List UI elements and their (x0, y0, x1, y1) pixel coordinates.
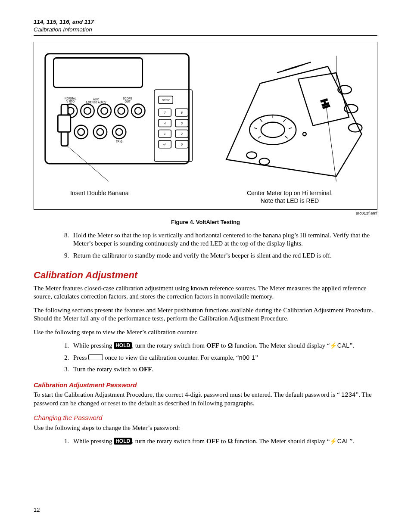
subsection-heading-password: Calibration Adjustment Password (34, 381, 377, 389)
svg-line-63 (285, 137, 288, 139)
svg-point-13 (78, 129, 84, 136)
figure-left-caption: Insert Double Banana (41, 188, 202, 206)
text-fragment: While pressing (73, 342, 114, 349)
text-fragment: to (219, 438, 227, 445)
svg-point-17 (116, 129, 123, 136)
section-para-3: Use the following steps to view the Mete… (34, 328, 377, 337)
text-off: OFF (206, 342, 219, 349)
password-para: To start the Calibration Adjustment Proc… (34, 391, 377, 408)
cal-counter-steps: While pressing HOLD, turn the rotary swi… (34, 342, 377, 374)
text-fragment: Press (73, 354, 88, 361)
svg-line-58 (260, 119, 262, 122)
steps-continued-list: Hold the Meter so that the top is vertic… (34, 231, 377, 260)
text-fragment: , turn the rotary switch from (132, 438, 206, 445)
text-fragment: Turn the rotary switch to (73, 366, 139, 373)
lcd-1234: 1234 (341, 391, 355, 398)
figure-left-panel: NORMAL V RTO AUX A SENSE AUX V SCOPE OUT… (41, 47, 202, 206)
svg-point-15 (97, 129, 104, 136)
text-fragment: ”. (350, 438, 354, 445)
lcd-cal: ⚡CAL (330, 438, 349, 445)
svg-text:OUT: OUT (125, 100, 131, 103)
page-number: 12 (34, 507, 40, 514)
text-fragment: ” (255, 354, 258, 361)
svg-point-12 (75, 125, 88, 139)
blank-button-icon (88, 354, 103, 360)
figure-caption: Figure 4. VoltAlert Testing (34, 219, 377, 226)
step-9: Return the calibrator to standby mode an… (71, 252, 377, 260)
svg-point-48 (249, 115, 296, 145)
svg-line-62 (258, 137, 261, 139)
svg-line-59 (283, 119, 286, 122)
svg-point-16 (112, 125, 126, 139)
svg-point-14 (93, 125, 107, 139)
text-fragment: While pressing (73, 438, 114, 445)
cal-step-1: While pressing HOLD, turn the rotary swi… (71, 342, 377, 350)
svg-point-9 (118, 108, 125, 115)
text-fragment: function. The Meter should display “ (233, 342, 330, 349)
svg-text:4: 4 (164, 122, 166, 125)
text-fragment: function. The Meter should display “ (233, 438, 330, 445)
svg-point-7 (101, 108, 108, 115)
svg-rect-28 (154, 90, 192, 162)
cal-step-2: Press once to view the calibration count… (71, 354, 377, 362)
svg-line-66 (326, 106, 336, 182)
figure-right-caption-line1: Center Meter top on Hi terminal. (247, 190, 333, 196)
svg-rect-1 (53, 58, 142, 88)
figure-left-drawing: NORMAL V RTO AUX A SENSE AUX V SCOPE OUT… (41, 47, 202, 188)
svg-rect-20 (58, 115, 70, 132)
svg-point-55 (259, 159, 270, 165)
figure-right-panel: Hi (209, 47, 370, 206)
changing-pw-intro: Use the following steps to change the Me… (34, 424, 377, 432)
svg-point-10 (131, 104, 145, 118)
svg-point-54 (246, 152, 257, 159)
section-para-1: The Meter features closed-case calibrati… (34, 284, 377, 301)
figure-filecode: erc013f.emf (34, 211, 377, 216)
hold-button-icon: HOLD (114, 438, 132, 445)
svg-text:7: 7 (164, 112, 166, 115)
svg-point-5 (84, 108, 91, 115)
svg-point-56 (303, 133, 306, 136)
svg-text:TRIG: TRIG (116, 140, 122, 143)
svg-text:A SENSE AUX V: A SENSE AUX V (86, 101, 107, 104)
text-fragment: , turn the rotary switch from (132, 342, 206, 349)
svg-point-6 (98, 104, 111, 118)
svg-point-53 (349, 124, 362, 132)
figure-right-caption: Center Meter top on Hi terminal. Note th… (209, 188, 370, 206)
svg-point-11 (135, 108, 142, 115)
svg-text:5: 5 (181, 122, 183, 125)
svg-line-60 (254, 128, 257, 129)
figure-right-caption-line2: Note that LED is RED (261, 197, 319, 204)
text-fragment: to (219, 342, 227, 349)
svg-text:0: 0 (181, 143, 183, 146)
figure-right-drawing: Hi (209, 47, 370, 188)
text-fragment: ”. (350, 342, 354, 349)
header-models: 114, 115, 116, and 117 (34, 18, 377, 26)
svg-text:1: 1 (164, 133, 166, 136)
running-header: 114, 115, 116, and 117 Calibration Infor… (34, 18, 377, 36)
ohm-symbol: Ω (227, 438, 233, 445)
lcd-n001: n00 1 (239, 354, 255, 361)
hold-button-icon: HOLD (114, 342, 132, 349)
figure-frame: NORMAL V RTO AUX A SENSE AUX V SCOPE OUT… (34, 42, 377, 210)
svg-point-49 (261, 122, 285, 137)
changing-pw-step-1: While pressing HOLD, turn the rotary swi… (71, 437, 377, 446)
step-8: Hold the Meter so that the top is vertic… (71, 231, 377, 248)
svg-point-8 (115, 104, 128, 118)
svg-text:8: 8 (181, 112, 183, 115)
svg-text:+/-: +/- (163, 143, 167, 146)
text-fragment: once to view the calibration counter. Fo… (103, 354, 239, 361)
cal-step-3: Turn the rotary switch to OFF. (71, 365, 377, 374)
ohm-symbol: Ω (227, 342, 233, 349)
section-para-2: The following sections present the featu… (34, 306, 377, 323)
subsubsection-heading-changing-password: Changing the Password (34, 414, 377, 422)
svg-text:2: 2 (181, 133, 183, 136)
svg-text:STBY: STBY (162, 99, 170, 102)
header-subtitle: Calibration Information (34, 26, 377, 34)
svg-text:Hi: Hi (318, 98, 331, 110)
svg-point-4 (81, 104, 94, 118)
svg-text:V RTO: V RTO (66, 100, 75, 103)
text-fragment: . (152, 366, 153, 373)
text-off: OFF (139, 366, 152, 373)
text-off: OFF (206, 438, 219, 445)
svg-line-61 (289, 128, 292, 129)
